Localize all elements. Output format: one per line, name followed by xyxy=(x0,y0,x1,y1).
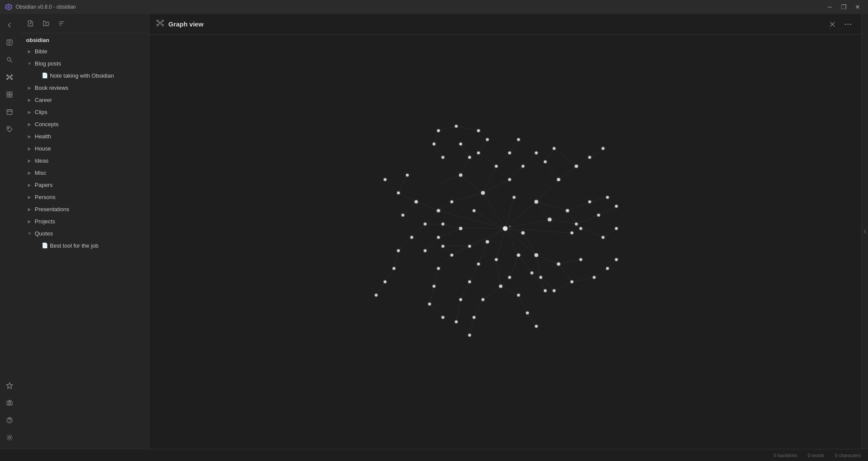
screenshot-button[interactable] xyxy=(2,395,17,411)
search-icon-button[interactable] xyxy=(2,52,17,68)
tree-item-misc[interactable]: ▶ Misc xyxy=(19,167,149,179)
svg-point-243 xyxy=(441,316,444,319)
svg-point-180 xyxy=(441,156,444,159)
svg-point-213 xyxy=(477,263,480,265)
graph-header-title: Graph view xyxy=(168,20,204,28)
svg-point-30 xyxy=(9,402,11,404)
starred-icon-button[interactable] xyxy=(2,378,17,393)
svg-point-183 xyxy=(508,151,511,154)
svg-point-163 xyxy=(468,245,471,248)
chevron-blog-posts: ▼ xyxy=(26,60,33,67)
svg-point-199 xyxy=(437,129,440,132)
tree-item-note-taking[interactable]: ▶ 📄 Note taking with Obsidian xyxy=(19,69,149,82)
tree-label-quotes: Quotes xyxy=(35,230,145,237)
back-button[interactable] xyxy=(2,17,17,33)
svg-point-181 xyxy=(468,156,471,159)
chevron-projects: ▶ xyxy=(26,218,33,225)
svg-rect-22 xyxy=(10,95,12,97)
chevron-presentations: ▶ xyxy=(26,206,33,213)
tree-item-papers[interactable]: ▶ Papers xyxy=(19,179,149,191)
tree-item-bible[interactable]: ▶ Bible xyxy=(19,45,149,57)
sort-button[interactable] xyxy=(56,17,68,29)
daily-notes-button[interactable] xyxy=(2,104,17,120)
tree-label-persons: Persons xyxy=(35,194,145,200)
svg-point-202 xyxy=(414,200,418,203)
tree-label-note-taking: Note taking with Obsidian xyxy=(50,72,145,79)
graph-header-actions xyxy=(826,18,854,30)
more-options-button[interactable] xyxy=(842,18,854,30)
svg-point-240 xyxy=(437,267,440,270)
file-tree-scroll[interactable]: ▶ Bible ▼ Blog posts ▶ 📄 Note taking wit… xyxy=(19,45,149,449)
svg-point-189 xyxy=(615,205,618,207)
chevron-career: ▶ xyxy=(26,96,33,103)
svg-point-190 xyxy=(615,227,618,230)
chevron-book-reviews: ▶ xyxy=(26,84,33,91)
minimize-button[interactable]: ─ xyxy=(825,3,835,11)
svg-point-223 xyxy=(535,325,538,327)
new-folder-button[interactable] xyxy=(40,17,52,29)
svg-point-219 xyxy=(482,298,484,301)
chevron-note-taking: ▶ xyxy=(33,72,40,79)
tree-item-health[interactable]: ▶ Health xyxy=(19,130,149,142)
tree-item-quotes[interactable]: ▼ Quotes xyxy=(19,227,149,239)
tree-item-projects[interactable]: ▶ Projects xyxy=(19,215,149,227)
svg-marker-28 xyxy=(7,383,13,389)
svg-point-191 xyxy=(433,143,435,145)
tree-item-persons[interactable]: ▶ Persons xyxy=(19,191,149,203)
svg-point-234 xyxy=(508,276,511,278)
workspace-name: obsidian xyxy=(19,33,149,45)
svg-point-231 xyxy=(593,276,595,278)
svg-point-230 xyxy=(571,281,573,283)
tree-item-concepts[interactable]: ▶ Concepts xyxy=(19,118,149,130)
graph-view: Graph view xyxy=(149,14,861,449)
svg-point-217 xyxy=(473,316,475,319)
svg-point-171 xyxy=(495,165,497,167)
svg-point-186 xyxy=(575,165,578,168)
svg-point-54 xyxy=(845,23,846,25)
backlinks-count: 0 backlinks xyxy=(774,453,797,458)
tree-item-career[interactable]: ▶ Career xyxy=(19,94,149,106)
statusbar: 0 backlinks 0 words 0 characters xyxy=(0,449,868,461)
svg-point-225 xyxy=(544,289,546,292)
restore-button[interactable]: ❐ xyxy=(838,3,849,11)
tree-item-house[interactable]: ▶ House xyxy=(19,142,149,154)
svg-point-201 xyxy=(477,129,480,132)
close-button[interactable]: ✕ xyxy=(852,3,863,11)
tree-label-ideas: Ideas xyxy=(35,157,145,164)
tree-label-bible: Bible xyxy=(35,48,145,55)
svg-line-15 xyxy=(8,76,9,77)
svg-point-33 xyxy=(9,437,11,439)
svg-point-177 xyxy=(579,227,582,230)
svg-rect-21 xyxy=(7,95,9,97)
tree-item-ideas[interactable]: ▶ Ideas xyxy=(19,154,149,167)
tree-label-misc: Misc xyxy=(35,170,145,176)
svg-point-208 xyxy=(411,236,413,239)
settings-button[interactable] xyxy=(2,430,17,445)
svg-point-56 xyxy=(850,23,852,25)
tree-item-clips[interactable]: ▶ Clips xyxy=(19,106,149,118)
tree-item-book-reviews[interactable]: ▶ Book reviews xyxy=(19,82,149,94)
new-file-button[interactable] xyxy=(24,17,36,29)
svg-point-44 xyxy=(157,20,158,22)
svg-rect-29 xyxy=(7,401,12,405)
svg-point-14 xyxy=(11,78,13,80)
svg-point-236 xyxy=(393,267,395,270)
character-count: 0 characters xyxy=(835,453,861,458)
tree-item-best-tool[interactable]: ▶ 📄 Best tool for the job xyxy=(19,239,149,252)
svg-point-204 xyxy=(401,214,404,216)
svg-point-187 xyxy=(589,200,591,203)
grid-icon-button[interactable] xyxy=(2,87,17,102)
help-button[interactable] xyxy=(2,412,17,428)
graph-canvas[interactable]: ● xyxy=(149,35,861,449)
graph-icon-button[interactable] xyxy=(2,69,17,85)
tag-icon-button[interactable] xyxy=(2,121,17,137)
svg-line-49 xyxy=(161,22,162,23)
svg-point-241 xyxy=(433,285,435,288)
svg-point-164 xyxy=(535,253,538,257)
right-panel-toggle[interactable] xyxy=(861,14,868,449)
tree-item-presentations[interactable]: ▶ Presentations xyxy=(19,203,149,215)
tree-item-blog-posts[interactable]: ▼ Blog posts xyxy=(19,57,149,69)
files-icon-button[interactable] xyxy=(2,35,17,50)
close-graph-button[interactable] xyxy=(826,18,838,30)
svg-point-200 xyxy=(455,125,457,128)
